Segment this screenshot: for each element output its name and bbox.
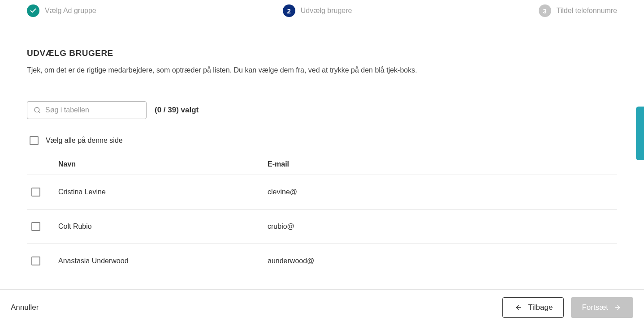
step-3-label: Tildel telefonnumre xyxy=(557,7,617,15)
row-email: crubio@ xyxy=(268,222,617,231)
row-checkbox[interactable] xyxy=(31,257,40,265)
select-all-checkbox[interactable] xyxy=(30,136,39,145)
row-name: Cristina Levine xyxy=(58,188,268,196)
step-line-2 xyxy=(361,11,530,11)
row-checkbox-col xyxy=(27,257,58,265)
search-input[interactable] xyxy=(45,106,140,114)
search-icon xyxy=(34,107,41,114)
header-name: Navn xyxy=(58,160,268,168)
back-button[interactable]: Tilbage xyxy=(502,297,564,318)
row-checkbox[interactable] xyxy=(31,222,40,231)
select-all-row: Vælg alle på denne side xyxy=(27,133,617,154)
row-name: Colt Rubio xyxy=(58,222,268,231)
row-checkbox-col xyxy=(27,188,58,197)
step-2-circle: 2 xyxy=(283,4,295,17)
back-button-label: Tilbage xyxy=(528,303,553,312)
main-content: UDVÆLG BRUGERE Tjek, om det er de rigtig… xyxy=(0,21,644,278)
search-box[interactable] xyxy=(27,101,147,119)
arrow-left-icon xyxy=(514,304,523,311)
continue-button-label: Fortsæt xyxy=(582,303,608,312)
selection-count-numbers: (0 / 39) xyxy=(155,106,179,114)
row-email: aunderwood@ xyxy=(268,257,617,265)
table-header: Navn E-mail xyxy=(27,154,617,175)
table-container: Vælg alle på denne side Navn E-mail Cris… xyxy=(27,133,617,278)
row-checkbox-col xyxy=(27,222,58,231)
select-all-label: Vælg alle på denne side xyxy=(46,137,123,145)
selection-count: (0 / 39) valgt xyxy=(155,106,199,115)
check-icon xyxy=(30,7,37,14)
section-description: Tjek, om det er de rigtige medarbejdere,… xyxy=(27,66,617,74)
table-row: Colt Rubio crubio@ xyxy=(27,210,617,244)
step-1: Vælg Ad gruppe xyxy=(27,4,96,17)
header-checkbox-col xyxy=(27,160,58,168)
section-title: UDVÆLG BRUGERE xyxy=(27,48,617,58)
cancel-link[interactable]: Annuller xyxy=(11,303,39,312)
stepper: Vælg Ad gruppe 2 Udvælg brugere 3 Tildel… xyxy=(0,0,644,21)
row-checkbox[interactable] xyxy=(31,188,40,197)
step-3: 3 Tildel telefonnumre xyxy=(539,4,617,17)
step-1-label: Vælg Ad gruppe xyxy=(45,7,96,15)
step-line-1 xyxy=(105,11,274,11)
footer-buttons: Tilbage Fortsæt xyxy=(502,297,633,318)
step-3-circle: 3 xyxy=(539,4,551,17)
header-email: E-mail xyxy=(268,160,617,168)
search-row: (0 / 39) valgt xyxy=(27,101,617,119)
footer: Annuller Tilbage Fortsæt xyxy=(0,289,644,325)
table-row: Cristina Levine clevine@ xyxy=(27,175,617,210)
step-2-label: Udvælg brugere xyxy=(301,7,352,15)
arrow-right-icon xyxy=(613,304,622,311)
row-name: Anastasia Underwood xyxy=(58,257,268,265)
row-email: clevine@ xyxy=(268,188,617,196)
step-1-circle xyxy=(27,4,39,17)
selection-count-label: valgt xyxy=(181,106,199,114)
continue-button[interactable]: Fortsæt xyxy=(571,297,633,318)
svg-line-1 xyxy=(39,111,40,113)
step-2: 2 Udvælg brugere xyxy=(283,4,352,17)
table-row: Anastasia Underwood aunderwood@ xyxy=(27,244,617,278)
feedback-tab[interactable] xyxy=(636,107,644,160)
